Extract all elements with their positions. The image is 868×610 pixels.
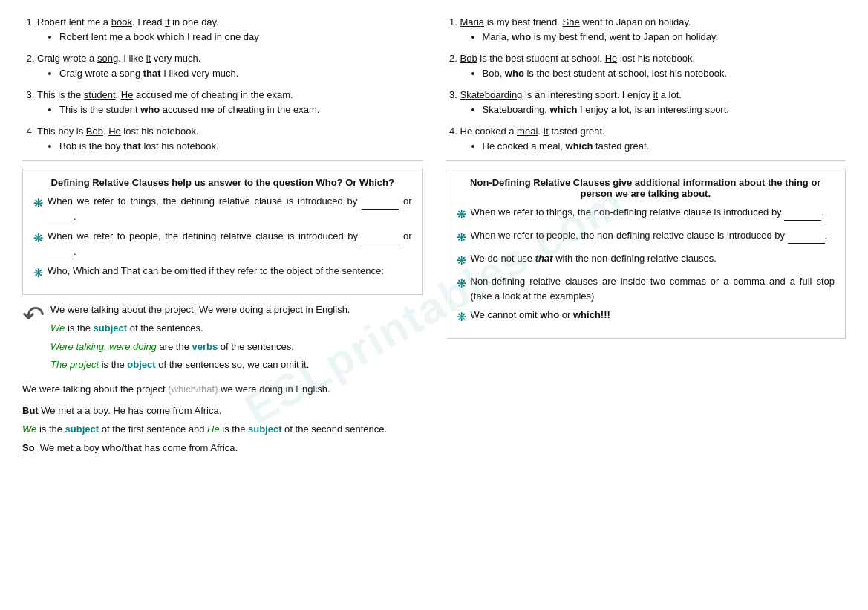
- r-ex1-main: Maria is my best friend. She went to Jap…: [460, 16, 691, 27]
- r-ex2-bob: Bob: [460, 53, 477, 64]
- so-sentence: So We met a boy who/that has come from A…: [22, 441, 423, 456]
- defining-bullet-3-text: Who, Which and That can be omitted if th…: [48, 264, 412, 279]
- that-italic: that: [535, 253, 553, 264]
- subject-explanation: We is the subject of the first sentence …: [22, 422, 423, 438]
- snowflake-icon-1: ❋: [33, 195, 43, 212]
- sentence-we-subject: We is the subject of the sentences.: [50, 321, 423, 337]
- we-green: We: [22, 424, 36, 435]
- ex1-book: book: [111, 16, 132, 27]
- right-example-4: He cooked a meal. It tasted great. He co…: [460, 124, 846, 153]
- ex2-main: Craig wrote a song. I like it very much.: [37, 53, 200, 64]
- non-def-snowflake-5: ❋: [457, 308, 466, 326]
- snowflake-icon-2: ❋: [33, 230, 43, 247]
- non-def-bullet-2: ❋ When we refer to people, the non-defin…: [457, 228, 835, 247]
- but-label: But: [22, 405, 39, 416]
- ex3-who: who: [140, 104, 160, 115]
- defining-bullet-2-text: When we refer to people, the defining re…: [48, 229, 412, 259]
- so-label: So: [22, 442, 35, 453]
- r-ex2-who: who: [505, 68, 524, 79]
- ex2-it: it: [146, 53, 151, 64]
- blank-things-1: [362, 194, 399, 210]
- r-ex4-which: which: [566, 140, 593, 152]
- subject-label-1: subject: [94, 322, 128, 334]
- ex4-bullets: Bob is the boy that lost his notebook.: [37, 139, 423, 154]
- defining-clauses-title: Defining Relative Clauses help us answer…: [33, 177, 412, 188]
- ex3-he: He: [121, 89, 134, 100]
- ex2-that: that: [143, 68, 161, 79]
- left-examples-list: Robert lent me a book. I read it in one …: [22, 15, 423, 153]
- r-ex1-who: who: [512, 31, 531, 42]
- r-ex3-skateboarding: Skateboarding: [460, 89, 523, 100]
- r-ex2-bullets: Bob, who is the best student at school, …: [460, 66, 846, 81]
- ex3-main: This is the student. He accused me of ch…: [37, 89, 293, 100]
- arrow-section: ↶ We were talking about the project. We …: [22, 302, 423, 376]
- non-def-bullet-5-text: We cannot omit who or which!!!: [471, 308, 835, 322]
- ex4-main: This boy is Bob. He lost his notebook.: [37, 126, 199, 137]
- non-def-bullet-3: ❋ We do not use that with the non-defini…: [457, 251, 835, 270]
- defining-bullet-2: ❋ When we refer to people, the defining …: [33, 229, 412, 259]
- r-ex2-bullet1: Bob, who is the best student at school, …: [483, 66, 846, 81]
- subject-teal-2: subject: [248, 424, 282, 435]
- right-example-1: Maria is my best friend. She went to Jap…: [460, 15, 846, 44]
- ex1-bullets: Robert lent me a book which I read in on…: [37, 30, 423, 45]
- relative-sentence: We were talking about the project (which…: [22, 382, 423, 398]
- non-def-bullet-2-text: When we refer to people, the non-definin…: [471, 228, 835, 244]
- non-def-snowflake-4: ❋: [457, 275, 466, 293]
- ex3-bullet1: This is the student who accused me of ch…: [59, 103, 423, 117]
- left-example-2: Craig wrote a song. I like it very much.…: [37, 51, 423, 80]
- blank-non-def-things: [784, 205, 821, 221]
- non-def-bullet-1-text: When we refer to things, the non-definin…: [471, 205, 835, 221]
- ex4-bob: Bob: [86, 126, 103, 137]
- blank-things-2: [48, 210, 74, 225]
- arrow-icon: ↶: [22, 302, 45, 329]
- non-def-snowflake-1: ❋: [457, 206, 466, 224]
- defining-bullet-1: ❋ When we refer to things, the defining …: [33, 194, 412, 224]
- r-ex4-meal: meal: [517, 126, 538, 137]
- verbs-label-styled: verbs: [192, 341, 218, 352]
- left-divider: [22, 160, 423, 161]
- ex2-bullet1: Craig wrote a song that I liked very muc…: [59, 66, 423, 81]
- non-def-bullet-4-text: Non-defining relative clauses are inside…: [471, 274, 835, 303]
- defining-clauses-box: Defining Relative Clauses help us answer…: [22, 169, 423, 295]
- r-ex1-she: She: [563, 16, 580, 27]
- ex1-main: Robert lent me a book. I read it in one …: [37, 16, 219, 27]
- left-example-1: Robert lent me a book. I read it in one …: [37, 15, 423, 44]
- right-divider: [446, 160, 846, 161]
- right-example-3: Skateboarding is an interesting sport. I…: [460, 88, 846, 117]
- ex3-bullets: This is the student who accused me of ch…: [37, 103, 423, 117]
- r-ex3-it: it: [653, 89, 659, 100]
- which-bold: which!!!: [573, 309, 610, 320]
- left-example-3: This is the student. He accused me of ch…: [37, 88, 423, 117]
- r-ex3-which: which: [550, 104, 578, 115]
- ex3-student: student: [84, 89, 116, 100]
- blank-non-def-people: [788, 228, 825, 244]
- snowflake-icon-3: ❋: [33, 265, 43, 282]
- non-def-bullet-5: ❋ We cannot omit who or which!!!: [457, 308, 835, 326]
- r-ex4-bullets: He cooked a meal, which tasted great.: [460, 139, 846, 154]
- ex-project-2: a project: [266, 304, 303, 315]
- r-ex1-bullet1: Maria, who is my best friend, went to Ja…: [483, 30, 846, 45]
- who-that-label: who/that: [102, 442, 141, 453]
- defining-bullet-3: ❋ Who, Which and That can be omitted if …: [33, 264, 412, 282]
- but-sentence: But We met a a boy. He has come from Afr…: [22, 403, 423, 419]
- ex1-it: it: [165, 16, 170, 27]
- object-label: The project: [50, 359, 99, 370]
- ex4-bullet1: Bob is the boy that lost his notebook.: [59, 139, 423, 154]
- right-examples-list: Maria is my best friend. She went to Jap…: [446, 15, 846, 153]
- blank-people-1: [362, 229, 399, 244]
- non-def-bullet-1: ❋ When we refer to things, the non-defin…: [457, 205, 835, 224]
- main-container: Robert lent me a book. I read it in one …: [22, 15, 846, 458]
- strikethrough-which-that: (which/that): [168, 383, 218, 395]
- ex4-he: He: [108, 126, 121, 137]
- r-ex3-bullet1: Skateboarding, which I enjoy a lot, is a…: [483, 103, 846, 117]
- verbs-label: Were talking, were doing: [50, 341, 157, 352]
- non-defining-clauses-title: Non-Defining Relative Clauses give addit…: [457, 177, 835, 199]
- sentence-verbs: Were talking, were doing are the verbs o…: [50, 340, 423, 355]
- r-ex4-bullet1: He cooked a meal, which tasted great.: [483, 139, 846, 154]
- non-def-snowflake-2: ❋: [457, 229, 466, 247]
- object-label-styled: object: [127, 359, 155, 370]
- ex1-which: which: [157, 31, 185, 42]
- ex2-bullets: Craig wrote a song that I liked very muc…: [37, 66, 423, 81]
- r-ex4-it: It: [544, 126, 549, 137]
- r-ex3-main: Skateboarding is an interesting sport. I…: [460, 89, 682, 100]
